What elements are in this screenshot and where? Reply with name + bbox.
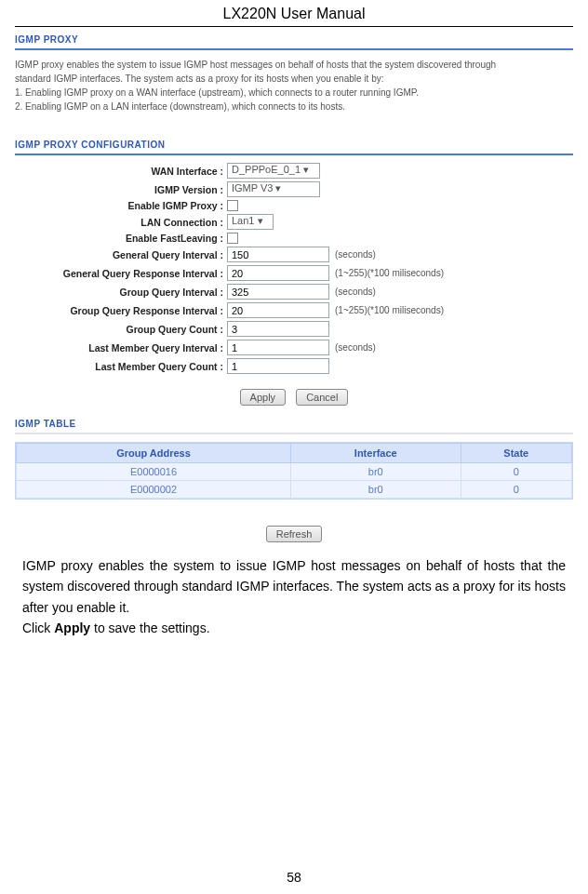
igmp-screenshot: IGMP PROXY IGMP proxy enables the system…: [15, 34, 573, 542]
intro-line: standard IGMP interfaces. The system act…: [15, 72, 573, 86]
refresh-button[interactable]: Refresh: [266, 526, 323, 542]
intro-line: 1. Enabling IGMP proxy on a WAN interfac…: [15, 86, 573, 100]
cell-interface: br0: [291, 463, 461, 481]
divider: [15, 433, 573, 434]
intro-line: IGMP proxy enables the system to issue I…: [15, 58, 573, 72]
unit-text: (seconds): [335, 342, 376, 353]
igmp-intro-text: IGMP proxy enables the system to issue I…: [15, 58, 573, 113]
unit-text: (1~255)(*100 miliseconds): [335, 268, 444, 278]
label-group-query-interval: Group Query Interval: [120, 287, 218, 298]
label-general-query-response-interval: General Query Response Interval: [63, 268, 218, 279]
page-number: 58: [0, 870, 588, 885]
label-igmp-version: IGMP Version: [154, 184, 218, 195]
label-enable-fastleaving: Enable FastLeaving: [126, 233, 218, 244]
group-query-count-input[interactable]: [227, 321, 329, 337]
cell-state: 0: [461, 463, 571, 481]
divider: [15, 48, 573, 50]
wan-interface-select[interactable]: D_PPPoE_0_1 ▾: [227, 163, 320, 179]
label-last-member-query-interval: Last Member Query Interval: [88, 342, 217, 354]
label-wan-interface: WAN Interface: [151, 166, 217, 177]
col-state: State: [461, 444, 571, 463]
last-member-query-interval-input[interactable]: [227, 340, 329, 355]
divider: [15, 153, 573, 155]
intro-line: 2. Enabling IGMP on a LAN interface (dow…: [15, 100, 573, 113]
enable-igmp-proxy-checkbox[interactable]: [227, 200, 238, 211]
section-heading-igmp-table: IGMP TABLE: [15, 419, 573, 429]
enable-fastleaving-checkbox[interactable]: [227, 233, 238, 244]
table-row: E0000002 br0 0: [17, 481, 572, 499]
cancel-button[interactable]: Cancel: [296, 389, 348, 406]
igmp-version-select[interactable]: IGMP V3 ▾: [227, 181, 320, 197]
group-query-response-interval-input[interactable]: [227, 302, 329, 318]
section-heading-igmp-config: IGMP PROXY CONFIGURATION: [15, 140, 573, 150]
section-heading-igmp-proxy: IGMP PROXY: [15, 34, 573, 45]
cell-group-address: E0000002: [17, 481, 291, 499]
label-group-query-count: Group Query Count: [127, 324, 218, 335]
label-general-query-interval: General Query Interval: [113, 249, 218, 260]
label-lan-connection: LAN Connection: [140, 217, 217, 228]
unit-text: (seconds): [335, 287, 376, 297]
cell-group-address: E0000016: [17, 463, 291, 481]
unit-text: (seconds): [335, 249, 376, 260]
general-query-interval-input[interactable]: [227, 247, 329, 262]
manual-paragraph: IGMP proxy enables the system to issue I…: [22, 555, 566, 618]
general-query-response-interval-input[interactable]: [227, 265, 329, 281]
apply-button[interactable]: Apply: [240, 389, 287, 406]
cell-state: 0: [461, 481, 571, 499]
lan-connection-select[interactable]: Lan1 ▾: [227, 214, 274, 230]
manual-paragraph-apply: Click Apply to save the settings.: [22, 618, 566, 638]
label-enable-igmp-proxy: Enable IGMP Proxy: [127, 200, 217, 211]
igmp-table: Group Address Interface State E0000016 b…: [16, 443, 572, 499]
unit-text: (1~255)(*100 miliseconds): [335, 305, 444, 315]
group-query-interval-input[interactable]: [227, 284, 329, 300]
table-row: E0000016 br0 0: [17, 463, 572, 481]
label-group-query-response-interval: Group Query Response Interval: [70, 305, 217, 316]
col-group-address: Group Address: [17, 444, 291, 463]
label-last-member-query-count: Last Member Query Count: [95, 361, 217, 372]
document-title: LX220N User Manual: [15, 0, 573, 27]
col-interface: Interface: [291, 444, 461, 463]
cell-interface: br0: [291, 481, 461, 499]
last-member-query-count-input[interactable]: [227, 358, 329, 374]
